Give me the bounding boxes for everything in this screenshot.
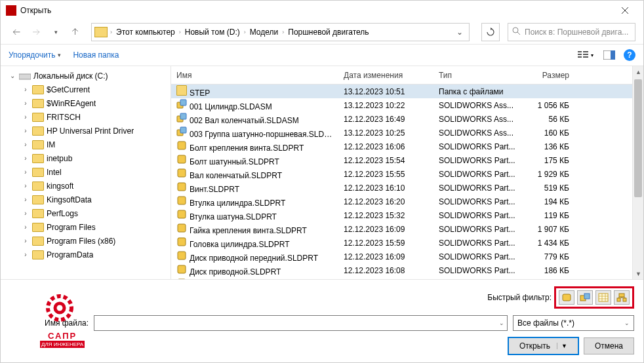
tree-folder[interactable]: ›$WinREAgent — [1, 96, 171, 110]
svg-rect-33 — [619, 294, 624, 297]
column-size[interactable]: Размер — [522, 71, 574, 80]
chevron-down-icon: ⌄ — [624, 320, 630, 326]
chevron-right-icon[interactable]: › — [22, 182, 30, 189]
tree-folder[interactable]: ›Program Files (x86) — [1, 234, 171, 248]
file-row[interactable]: Винт.SLDPRT 12.12.2023 16:10 SOLIDWORKS … — [171, 181, 632, 195]
file-row[interactable]: Головка цилиндра.SLDPRT 12.12.2023 15:59… — [171, 236, 632, 250]
address-bar[interactable]: › Этот компьютер › Новый том (D:) › Моде… — [91, 23, 470, 41]
filter-drawings-button[interactable] — [595, 290, 611, 305]
svg-rect-22 — [178, 224, 186, 232]
chevron-right-icon[interactable]: › — [22, 237, 30, 244]
file-row[interactable]: Болт шатунный.SLDPRT 12.12.2023 15:54 SO… — [171, 153, 632, 167]
tree-folder[interactable]: ›PerfLogs — [1, 206, 171, 220]
refresh-button[interactable] — [481, 23, 500, 41]
file-type: SOLIDWORKS Part... — [433, 266, 522, 275]
filter-toplevel-button[interactable] — [614, 290, 630, 305]
open-button[interactable]: Открыть ▼ — [508, 337, 578, 354]
file-list[interactable]: STEP 13.12.2023 10:51 Папка с файлами 00… — [171, 85, 632, 279]
svg-rect-15 — [180, 127, 186, 133]
scroll-thumb[interactable] — [634, 79, 642, 197]
tree-folder[interactable]: ›inetpub — [1, 151, 171, 165]
tree-folder[interactable]: ›kingsoft — [1, 179, 171, 193]
chevron-right-icon[interactable]: › — [22, 223, 30, 231]
chevron-right-icon[interactable]: › — [22, 100, 30, 107]
chevron-down-icon[interactable]: ⌄ — [9, 72, 16, 79]
tree-folder[interactable]: ›IM — [1, 138, 171, 151]
chevron-right-icon[interactable]: › — [22, 210, 30, 217]
tree-folder[interactable]: ›Intel — [1, 165, 171, 179]
chevron-right-icon[interactable]: › — [22, 168, 30, 176]
svg-point-0 — [513, 28, 518, 33]
filename-row: Имя файла: ⌄ Все файлы (*.*) ⌄ — [10, 315, 634, 331]
file-type: SOLIDWORKS Ass... — [433, 101, 522, 110]
cancel-button[interactable]: Отмена — [584, 337, 634, 354]
up-button[interactable]: 🡡 — [68, 24, 83, 40]
vertical-scrollbar[interactable]: ▲ ▼ — [632, 66, 643, 279]
filter-assemblies-button[interactable] — [577, 290, 593, 305]
file-row[interactable]: STEP 13.12.2023 10:51 Папка с файлами — [171, 85, 632, 98]
chevron-right-icon[interactable]: › — [22, 251, 30, 258]
close-button[interactable] — [612, 1, 638, 20]
file-type: SOLIDWORKS Part... — [433, 252, 522, 261]
folder-tree[interactable]: ⌄ Локальный диск (C:) ›$GetCurrent›$WinR… — [1, 66, 171, 279]
svg-rect-6 — [583, 56, 588, 58]
file-row[interactable]: Гайка крепления винта.SLDPRT 12.12.2023 … — [171, 222, 632, 236]
svg-rect-5 — [583, 54, 588, 55]
file-size: 779 КБ — [522, 252, 574, 261]
file-row[interactable]: Втулка цилиндра.SLDPRT 12.12.2023 16:20 … — [171, 195, 632, 208]
tree-folder[interactable]: ›$GetCurrent — [1, 83, 171, 96]
filename-dropdown-icon[interactable]: ⌄ — [499, 320, 504, 326]
organize-button[interactable]: Упорядочить▾ — [9, 50, 61, 60]
recent-locations-button[interactable]: ▾ — [48, 24, 64, 40]
file-row[interactable]: 001 Цилиндр.SLDASM 13.12.2023 10:22 SOLI… — [171, 98, 632, 112]
tree-folder[interactable]: ›ProgramData — [1, 248, 171, 261]
svg-rect-17 — [178, 155, 186, 163]
path-segment[interactable]: Модели — [247, 26, 281, 38]
svg-rect-11 — [180, 100, 186, 105]
help-button[interactable]: ? — [624, 49, 635, 61]
quick-filter-label: Быстрый фильтр: — [487, 293, 552, 302]
new-folder-button[interactable]: Новая папка — [73, 50, 119, 60]
chevron-right-icon[interactable]: › — [22, 141, 30, 148]
filetype-select[interactable]: Все файлы (*.*) ⌄ — [513, 315, 634, 331]
file-size: 1 929 КБ — [522, 170, 574, 179]
open-split-icon[interactable]: ▼ — [557, 343, 567, 349]
part-icon — [176, 223, 187, 233]
preview-pane-button[interactable] — [600, 48, 618, 62]
path-segment[interactable]: Этот компьютер — [113, 26, 178, 38]
path-segment[interactable]: Новый том (D:) — [182, 26, 243, 38]
path-segment[interactable]: Поршневой двигатель — [285, 26, 371, 38]
view-mode-button[interactable]: ▾ — [576, 48, 595, 62]
scroll-down-icon[interactable]: ▼ — [633, 268, 644, 279]
tree-folder[interactable]: ›FRITSCH — [1, 110, 171, 124]
file-date: 12.12.2023 16:09 — [338, 225, 433, 234]
column-date[interactable]: Дата изменения — [338, 71, 433, 80]
back-button[interactable]: 🡠 — [9, 24, 24, 40]
filter-parts-button[interactable] — [559, 290, 574, 305]
file-row[interactable]: Диск приводной.SLDPRT 12.12.2023 16:08 S… — [171, 263, 632, 277]
filename-input[interactable]: ⌄ — [94, 315, 508, 331]
tree-folder[interactable]: ›KingsoftData — [1, 193, 171, 206]
address-dropdown-icon[interactable]: ⌄ — [453, 24, 466, 41]
chevron-right-icon[interactable]: › — [22, 155, 30, 162]
column-name[interactable]: Имя — [171, 71, 338, 80]
chevron-right-icon[interactable]: › — [22, 127, 30, 134]
file-name: 002 Вал коленчатый.SLDASM — [171, 113, 338, 125]
tree-folder[interactable]: ›HP Universal Print Driver — [1, 124, 171, 138]
file-row[interactable]: Втулка шатуна.SLDPRT 12.12.2023 15:32 SO… — [171, 208, 632, 222]
chevron-right-icon[interactable]: › — [22, 86, 30, 93]
file-size: 1 434 КБ — [522, 239, 574, 248]
search-input[interactable]: Поиск в: Поршневой двига... — [508, 23, 635, 41]
file-row[interactable]: 003 Группа шатунно-поршневая.SLDAS... 13… — [171, 126, 632, 140]
file-row[interactable]: Диск приводной передний.SLDPRT 12.12.202… — [171, 250, 632, 263]
forward-button[interactable]: 🡢 — [28, 24, 44, 40]
column-type[interactable]: Тип — [433, 71, 522, 80]
chevron-right-icon[interactable]: › — [22, 196, 30, 203]
scroll-up-icon[interactable]: ▲ — [633, 66, 644, 77]
file-row[interactable]: Вал коленчатый.SLDPRT 12.12.2023 15:55 S… — [171, 167, 632, 181]
chevron-right-icon[interactable]: › — [22, 113, 30, 121]
tree-drive-c[interactable]: ⌄ Локальный диск (C:) — [1, 69, 171, 83]
file-row[interactable]: 002 Вал коленчатый.SLDASM 12.12.2023 16:… — [171, 112, 632, 126]
tree-folder[interactable]: ›Program Files — [1, 220, 171, 234]
file-row[interactable]: Болт крепления винта.SLDPRT 12.12.2023 1… — [171, 140, 632, 153]
